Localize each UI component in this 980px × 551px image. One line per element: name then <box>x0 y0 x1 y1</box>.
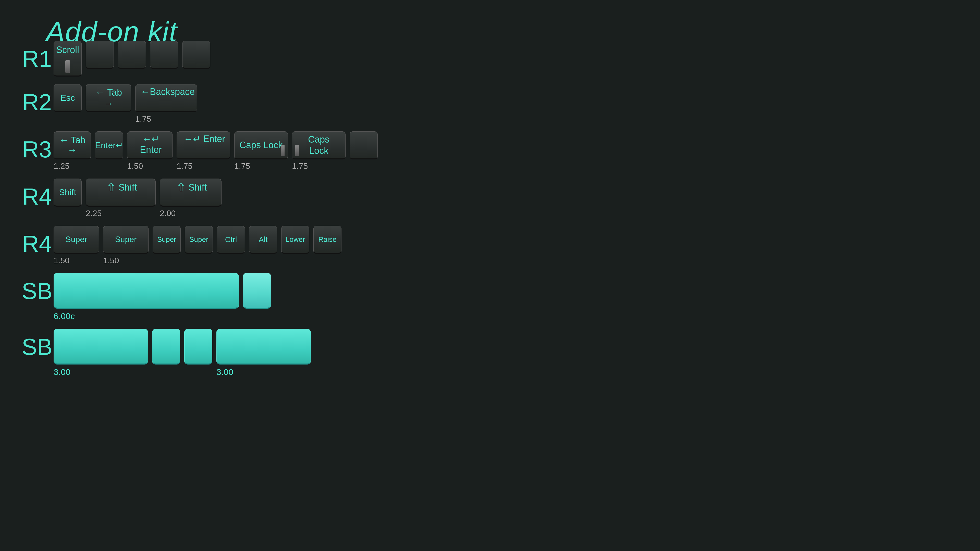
space1ua-wrapper <box>152 329 180 365</box>
row-r3: R3 ← Tab → 1.25 Enter↵ <box>21 131 378 171</box>
super3-key[interactable]: Super <box>153 226 181 254</box>
space600c-key[interactable] <box>54 273 239 309</box>
row-label-r4b: R4 <box>21 226 54 257</box>
enter1-key[interactable]: Enter↵ <box>95 131 123 159</box>
super1-wrapper: Super 1.50 <box>54 226 99 265</box>
esc-key[interactable]: Esc <box>54 84 82 112</box>
super1-label: Super <box>65 235 87 244</box>
scroll-slider <box>65 60 70 73</box>
space300b-key[interactable] <box>216 329 311 365</box>
space300b-wrapper: 3.00 <box>216 329 311 377</box>
backspace-label: ←Backspace <box>141 86 195 97</box>
shift1-key[interactable]: Shift <box>54 179 82 206</box>
row-label-r3: R3 <box>21 131 54 163</box>
shift3-key[interactable]: ⇧ Shift <box>160 179 221 206</box>
keys-r3: ← Tab → 1.25 Enter↵ ←↵ Enter <box>54 131 378 171</box>
super1-key[interactable]: Super <box>54 226 99 254</box>
alt-key[interactable]: Alt <box>249 226 277 254</box>
scroll-key[interactable]: Scroll <box>54 41 82 76</box>
backspace-size: 1.75 <box>135 114 151 124</box>
blank2-wrapper <box>118 41 146 69</box>
super2-wrapper: Super 1.50 <box>103 226 148 265</box>
ctrl-wrapper: Ctrl <box>217 226 245 254</box>
esc-label: Esc <box>60 93 75 103</box>
tab2-key[interactable]: ← Tab → <box>54 131 91 159</box>
enter3-size: 1.75 <box>177 162 192 171</box>
enter3-key[interactable]: ←↵ Enter <box>177 131 230 159</box>
tab-key[interactable]: ← Tab → <box>86 84 131 112</box>
blank-key-2[interactable] <box>118 41 146 69</box>
super2-label: Super <box>115 235 137 244</box>
capslock1-wrapper: Caps Lock 1.75 <box>234 131 288 171</box>
blank-key-4[interactable] <box>182 41 210 69</box>
capslock1-size: 1.75 <box>234 162 250 171</box>
row-r1: R1 Scroll <box>21 41 378 76</box>
backspace-wrapper: ←Backspace 1.75 <box>135 84 197 124</box>
capslock1-label: Caps Lock <box>239 140 283 151</box>
blank4-wrapper <box>182 41 210 69</box>
keys-r2: Esc ← Tab → ←Backspace 1.75 <box>54 84 197 124</box>
super4-key[interactable]: Super <box>185 226 213 254</box>
enter2-label: ←↵ Enter <box>131 134 170 155</box>
shift2-size: 2.25 <box>86 209 102 218</box>
super3-wrapper: Super <box>153 226 181 254</box>
row-label-r1: R1 <box>21 41 54 72</box>
scroll-key-wrapper: Scroll <box>54 41 82 76</box>
row-r4a: R4 Shift ⇧ Shift 2.25 ⇧ <box>21 179 378 218</box>
capslock2-wrapper: CapsLock 1.75 <box>292 131 345 171</box>
keys-r4b: Super 1.50 Super 1.50 Super Super <box>54 226 342 265</box>
space1ua-key[interactable] <box>152 329 180 365</box>
lower-key[interactable]: Lower <box>281 226 309 254</box>
enter3-label: ←↵ Enter <box>184 134 225 144</box>
esc-wrapper: Esc <box>54 84 82 112</box>
alt-wrapper: Alt <box>249 226 277 254</box>
ctrl-label: Ctrl <box>225 235 237 244</box>
lower-wrapper: Lower <box>281 226 309 254</box>
space300a-key[interactable] <box>54 329 148 365</box>
backspace-key[interactable]: ←Backspace <box>135 84 197 112</box>
keys-r4a: Shift ⇧ Shift 2.25 ⇧ Shift <box>54 179 221 218</box>
shift1-wrapper: Shift <box>54 179 82 206</box>
row-sb1: SB 6.00c <box>21 273 378 321</box>
raise-key[interactable]: Raise <box>313 226 342 254</box>
super1-size: 1.50 <box>54 256 69 265</box>
row-sb2: SB 3.00 3.00 <box>21 329 378 377</box>
row-label-sb2: SB <box>21 329 54 360</box>
enter1-wrapper: Enter↵ <box>95 131 123 159</box>
shift3-wrapper: ⇧ Shift 2.00 <box>160 179 221 218</box>
raise-label: Raise <box>318 235 337 244</box>
capslock2-label: CapsLock <box>308 134 329 156</box>
space300b-size: 3.00 <box>216 367 233 377</box>
space600c-size: 6.00c <box>54 311 75 321</box>
super2-size: 1.50 <box>103 256 119 265</box>
super2-key[interactable]: Super <box>103 226 148 254</box>
capslock2-key[interactable]: CapsLock <box>292 131 345 159</box>
space600c-wrapper: 6.00c <box>54 273 239 321</box>
shift3-size: 2.00 <box>160 209 176 218</box>
blank-key-5[interactable] <box>350 131 378 159</box>
space1u-sb1-key[interactable] <box>243 273 271 309</box>
tab2-size: 1.25 <box>54 162 69 171</box>
enter3-wrapper: ←↵ Enter 1.75 <box>177 131 230 171</box>
space1ub-key[interactable] <box>184 329 212 365</box>
shift1-label: Shift <box>59 187 76 197</box>
shift2-key[interactable]: ⇧ Shift <box>86 179 156 206</box>
super4-label: Super <box>189 235 208 244</box>
scroll-label: Scroll <box>56 44 79 56</box>
keys-sb2: 3.00 3.00 <box>54 329 311 377</box>
space1ub-wrapper <box>184 329 212 365</box>
blank-key-1[interactable] <box>86 41 114 69</box>
blank-key-3[interactable] <box>150 41 178 69</box>
super3-label: Super <box>157 235 177 244</box>
row-r4b: R4 Super 1.50 Super 1.50 Super <box>21 226 378 265</box>
enter2-key[interactable]: ←↵ Enter <box>127 131 172 159</box>
enter2-size: 1.50 <box>127 162 143 171</box>
space300a-size: 3.00 <box>54 367 70 377</box>
row-label-r2: R2 <box>21 84 54 116</box>
enter1-label: Enter↵ <box>95 140 123 150</box>
keys-r1: Scroll <box>54 41 210 76</box>
ctrl-key[interactable]: Ctrl <box>217 226 245 254</box>
alt-label: Alt <box>259 235 267 244</box>
capslock1-key[interactable]: Caps Lock <box>234 131 288 159</box>
enter2-wrapper: ←↵ Enter 1.50 <box>127 131 172 171</box>
